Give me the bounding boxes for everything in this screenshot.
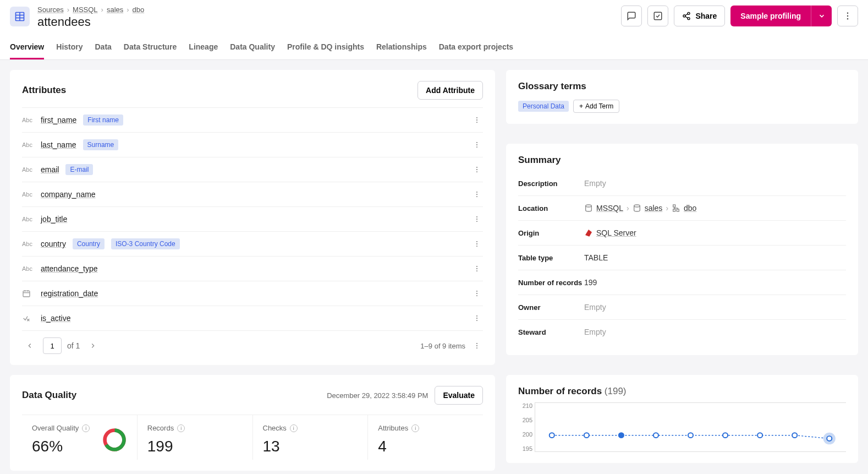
breadcrumb-separator: › xyxy=(101,6,103,14)
attribute-more-button[interactable] xyxy=(471,114,483,126)
svg-point-43 xyxy=(476,315,477,317)
dq-checks-value: 13 xyxy=(263,438,358,455)
tab-lineage[interactable]: Lineage xyxy=(189,37,218,59)
breadcrumb-separator: › xyxy=(127,6,129,14)
dq-attributes-label: Attributes xyxy=(378,424,408,432)
attribute-tag[interactable]: ISO-3 Country Code xyxy=(111,238,180,249)
attribute-row: AbccountryCountry ISO-3 Country Code xyxy=(22,232,483,257)
dq-overall-value: 66% xyxy=(32,438,90,455)
dq-attributes-value: 4 xyxy=(378,438,473,455)
sqlserver-icon xyxy=(584,228,593,237)
location-segment[interactable]: MSSQL xyxy=(596,204,623,213)
location-segment[interactable]: dbo xyxy=(684,204,696,213)
tab-data[interactable]: Data xyxy=(95,37,112,59)
dq-checks-label: Checks xyxy=(263,424,287,432)
location-segment[interactable]: sales xyxy=(645,204,663,213)
attribute-tag[interactable]: First name xyxy=(83,115,123,126)
svg-point-29 xyxy=(476,243,477,244)
page-title: attendees xyxy=(37,15,144,29)
evaluate-button[interactable]: Evaluate xyxy=(435,386,483,405)
svg-point-65 xyxy=(757,433,762,438)
tab-data-export-projects[interactable]: Data export projects xyxy=(439,37,513,59)
svg-point-39 xyxy=(476,293,477,294)
sample-profiling-button[interactable]: Sample profiling xyxy=(730,6,811,26)
share-icon xyxy=(682,12,691,20)
attribute-more-button[interactable] xyxy=(471,287,483,299)
location-icon xyxy=(633,204,641,213)
more-vertical-icon xyxy=(843,11,853,21)
page-more-button[interactable] xyxy=(471,340,483,352)
attribute-name[interactable]: attendance_type xyxy=(41,264,98,273)
svg-rect-54 xyxy=(673,209,675,211)
table-icon xyxy=(10,7,30,26)
attribute-more-button[interactable] xyxy=(471,263,483,275)
attribute-more-button[interactable] xyxy=(471,312,483,324)
attribute-more-button[interactable] xyxy=(471,238,483,250)
info-icon[interactable]: i xyxy=(82,424,90,432)
tab-data-structure[interactable]: Data Structure xyxy=(124,37,177,59)
attribute-name[interactable]: last_name xyxy=(41,140,76,149)
tab-profile-dq-insights[interactable]: Profile & DQ insights xyxy=(287,37,364,59)
svg-point-24 xyxy=(476,196,477,197)
attribute-tag[interactable]: E-mail xyxy=(65,164,93,175)
tab-overview[interactable]: Overview xyxy=(10,37,44,59)
dq-overall-label: Overall Quality xyxy=(32,424,79,432)
svg-point-48 xyxy=(476,347,477,348)
attribute-more-button[interactable] xyxy=(471,139,483,151)
attribute-name[interactable]: is_active xyxy=(41,314,70,323)
attribute-row: Abccompany_name xyxy=(22,182,483,207)
attribute-more-button[interactable] xyxy=(471,164,483,176)
share-button[interactable]: Share xyxy=(674,6,725,26)
ytick-label: 210 xyxy=(518,402,532,409)
page-of-label: of 1 xyxy=(67,341,80,350)
attribute-more-button[interactable] xyxy=(471,188,483,200)
page-input[interactable] xyxy=(43,337,62,354)
profiling-dropdown-button[interactable] xyxy=(811,6,832,26)
attribute-row: Abcfirst_nameFirst name xyxy=(22,107,483,133)
svg-point-17 xyxy=(476,144,477,145)
type-icon: Abc xyxy=(22,117,34,123)
type-icon: Abc xyxy=(22,265,34,272)
info-icon[interactable]: i xyxy=(177,424,185,432)
svg-point-47 xyxy=(476,345,477,346)
attribute-row: AbcemailE-mail xyxy=(22,157,483,182)
breadcrumb-item[interactable]: sales xyxy=(107,6,123,14)
attribute-more-button[interactable] xyxy=(471,213,483,225)
tab-history[interactable]: History xyxy=(56,37,83,59)
attribute-tag[interactable]: Surname xyxy=(83,139,119,150)
type-icon: Abc xyxy=(22,166,34,173)
breadcrumb-item[interactable]: Sources xyxy=(37,6,64,14)
attribute-name[interactable]: first_name xyxy=(41,116,76,124)
svg-rect-53 xyxy=(673,205,675,207)
approve-button[interactable] xyxy=(647,6,668,26)
svg-point-40 xyxy=(476,295,477,296)
records-chart-card: Number of records (199) 210205200195 xyxy=(506,375,858,463)
summary-steward-label: Steward xyxy=(518,328,584,336)
location-icon xyxy=(584,204,593,213)
attribute-tag[interactable]: Country xyxy=(73,238,105,249)
breadcrumb-item[interactable]: dbo xyxy=(133,6,145,14)
add-term-button[interactable]: + Add Term xyxy=(573,100,619,113)
attribute-name[interactable]: registration_date xyxy=(41,289,98,298)
breadcrumb-item[interactable]: MSSQL xyxy=(73,6,98,14)
info-icon[interactable]: i xyxy=(290,424,298,432)
comment-button[interactable] xyxy=(621,6,642,26)
svg-point-7 xyxy=(688,18,690,20)
svg-point-60 xyxy=(584,433,589,438)
attribute-name[interactable]: country xyxy=(41,239,66,248)
svg-point-68 xyxy=(827,436,832,441)
glossary-term[interactable]: Personal Data xyxy=(518,101,569,112)
tab-data-quality[interactable]: Data Quality xyxy=(230,37,275,59)
add-attribute-button[interactable]: Add Attribute xyxy=(417,81,483,100)
attribute-name[interactable]: company_name xyxy=(41,190,96,199)
info-icon[interactable]: i xyxy=(411,424,419,432)
dq-records-label: Records xyxy=(147,424,174,432)
more-button[interactable] xyxy=(837,6,858,26)
ytick-label: 205 xyxy=(518,417,532,423)
page-prev-button[interactable] xyxy=(22,338,37,353)
tab-relationships[interactable]: Relationships xyxy=(376,37,427,59)
page-next-button[interactable] xyxy=(85,338,101,353)
attribute-row: Abcjob_title xyxy=(22,207,483,232)
attribute-name[interactable]: email xyxy=(41,165,59,174)
attribute-name[interactable]: job_title xyxy=(41,215,67,224)
